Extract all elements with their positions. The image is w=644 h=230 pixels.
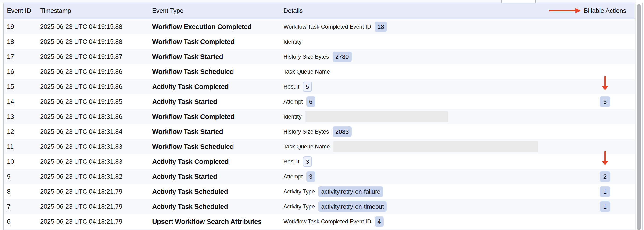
detail-label: Activity Type — [284, 188, 315, 195]
arrow-head — [575, 8, 581, 13]
table-row[interactable]: 16 2025-06-23 UTC 04:19:15.86 Workflow T… — [3, 64, 635, 79]
billable-actions-badge: 2 — [600, 171, 610, 182]
table-row[interactable]: 6 2025-06-23 UTC 04:18:21.79 Upsert Work… — [3, 214, 635, 229]
table-row[interactable]: 12 2025-06-23 UTC 04:18:31.84 Workflow T… — [3, 124, 635, 139]
event-id-link[interactable]: 18 — [7, 38, 14, 45]
event-type: Upsert Workflow Search Attributes — [149, 218, 280, 225]
event-id-link[interactable]: 7 — [7, 203, 10, 210]
vertical-scrollbar-thumb[interactable] — [637, 4, 641, 230]
table-row[interactable]: 14 2025-06-23 UTC 04:19:15.85 Activity T… — [3, 94, 635, 109]
event-type: Activity Task Started — [149, 98, 280, 106]
column-header-event-type: Event Type — [149, 7, 280, 15]
billable-actions-cell: 1 — [575, 199, 635, 214]
billable-actions-cell — [575, 34, 635, 49]
event-details-cell: Result 5 — [280, 81, 575, 92]
table-row[interactable]: 10 2025-06-23 UTC 04:18:31.83 Activity T… — [3, 154, 635, 169]
event-details-cell: Identity — [280, 111, 575, 122]
event-id-cell: 7 — [3, 203, 37, 210]
detail-value-badge: 6 — [306, 96, 315, 107]
event-details-cell: Workflow Task Completed Event ID 4 — [280, 216, 575, 227]
table-row[interactable]: 13 2025-06-23 UTC 04:18:31.86 Workflow T… — [3, 109, 635, 124]
detail-label: Attempt — [284, 98, 303, 105]
next-row-peek — [3, 229, 635, 230]
event-details-cell: Attempt 6 — [280, 96, 575, 107]
event-type: Activity Task Completed — [149, 158, 280, 166]
event-type: Workflow Task Completed — [149, 113, 280, 121]
event-id-link[interactable]: 16 — [7, 68, 14, 75]
table-row[interactable]: 15 2025-06-23 UTC 04:19:15.86 Activity T… — [3, 79, 635, 94]
event-id-cell: 16 — [3, 68, 37, 75]
table-row[interactable]: 19 2025-06-23 UTC 04:19:15.88 Workflow E… — [3, 19, 635, 34]
detail-label: Activity Type — [284, 203, 315, 210]
billable-actions-cell: 2 — [575, 169, 635, 184]
detail-label: History Size Bytes — [284, 53, 329, 60]
event-timestamp: 2025-06-23 UTC 04:18:31.83 — [37, 143, 149, 150]
detail-label: History Size Bytes — [284, 128, 329, 135]
event-details-cell: Workflow Task Completed Event ID 18 — [280, 22, 575, 32]
detail-value-badge: 4 — [374, 216, 384, 227]
event-id-link[interactable]: 17 — [7, 53, 14, 60]
detail-value-badge: 2083 — [332, 127, 352, 137]
event-id-cell: 17 — [3, 53, 37, 60]
event-type: Workflow Task Completed — [149, 38, 280, 46]
event-timestamp: 2025-06-23 UTC 04:19:15.86 — [37, 83, 149, 90]
event-id-link[interactable]: 12 — [7, 128, 14, 135]
red-right-arrow-annotation — [549, 8, 581, 13]
detail-label: Identity — [284, 38, 302, 45]
event-details-cell: Attempt 3 — [280, 171, 575, 182]
event-id-cell: 18 — [3, 38, 37, 45]
event-id-link[interactable]: 10 — [7, 158, 14, 165]
event-type: Workflow Execution Completed — [149, 23, 280, 31]
cutoff-ui-strip — [0, 0, 636, 3]
event-type: Workflow Task Started — [149, 53, 280, 61]
event-type: Activity Task Scheduled — [149, 188, 280, 196]
event-id-link[interactable]: 13 — [7, 113, 14, 120]
event-details-cell: Identity — [280, 38, 575, 45]
table-row[interactable]: 7 2025-06-23 UTC 04:18:21.79 Activity Ta… — [3, 199, 635, 214]
event-timestamp: 2025-06-23 UTC 04:18:21.79 — [37, 218, 149, 225]
scrollbar-track-border — [635, 3, 636, 230]
table-header-row: Event ID Timestamp Event Type Details Bi… — [3, 3, 635, 19]
event-id-cell: 6 — [3, 218, 37, 225]
event-timestamp: 2025-06-23 UTC 04:18:31.83 — [37, 158, 149, 165]
arrow-line — [549, 10, 575, 12]
event-id-link[interactable]: 6 — [7, 218, 10, 225]
event-id-link[interactable]: 11 — [7, 143, 14, 150]
table-row[interactable]: 18 2025-06-23 UTC 04:19:15.88 Workflow T… — [3, 34, 635, 49]
column-header-timestamp: Timestamp — [37, 7, 149, 15]
table-row[interactable]: 17 2025-06-23 UTC 04:19:15.87 Workflow T… — [3, 49, 635, 64]
column-header-event-id: Event ID — [3, 7, 37, 15]
billable-actions-cell — [575, 154, 635, 169]
event-id-link[interactable]: 9 — [7, 173, 10, 180]
event-id-cell: 8 — [3, 188, 37, 195]
event-id-link[interactable]: 8 — [7, 188, 10, 195]
event-id-cell: 15 — [3, 83, 37, 90]
billable-actions-cell: 5 — [575, 94, 635, 109]
event-details-cell: Result 3 — [280, 156, 575, 167]
detail-value-badge: 2780 — [332, 52, 352, 62]
table-row[interactable]: 9 2025-06-23 UTC 04:18:31.82 Activity Ta… — [3, 169, 635, 184]
event-id-cell: 10 — [3, 158, 37, 165]
event-timestamp: 2025-06-23 UTC 04:19:15.87 — [37, 53, 149, 60]
event-id-link[interactable]: 15 — [7, 83, 14, 90]
event-details-cell: Activity Type activity.retry-on-timeout — [280, 201, 575, 212]
detail-value-badge: 5 — [303, 81, 312, 92]
event-id-link[interactable]: 14 — [7, 98, 14, 105]
table-row[interactable]: 8 2025-06-23 UTC 04:18:21.79 Activity Ta… — [3, 184, 635, 199]
table-row[interactable]: 11 2025-06-23 UTC 04:18:31.83 Workflow T… — [3, 139, 635, 154]
event-id-link[interactable]: 19 — [7, 23, 14, 30]
red-down-arrow-annotation — [602, 76, 608, 90]
event-timestamp: 2025-06-23 UTC 04:18:31.82 — [37, 173, 149, 180]
arrow-line — [604, 151, 606, 161]
event-type: Workflow Task Scheduled — [149, 143, 280, 151]
detail-label: Workflow Task Completed Event ID — [284, 23, 371, 30]
event-id-cell: 12 — [3, 128, 37, 135]
arrow-head — [602, 161, 608, 165]
table-left-border — [3, 3, 4, 230]
detail-value-badge: 3 — [306, 171, 315, 182]
column-header-details: Details — [280, 7, 575, 15]
event-id-cell: 14 — [3, 98, 37, 105]
event-timestamp: 2025-06-23 UTC 04:18:21.79 — [37, 188, 149, 195]
table-body: 19 2025-06-23 UTC 04:19:15.88 Workflow E… — [3, 19, 635, 229]
billable-actions-cell — [575, 49, 635, 64]
